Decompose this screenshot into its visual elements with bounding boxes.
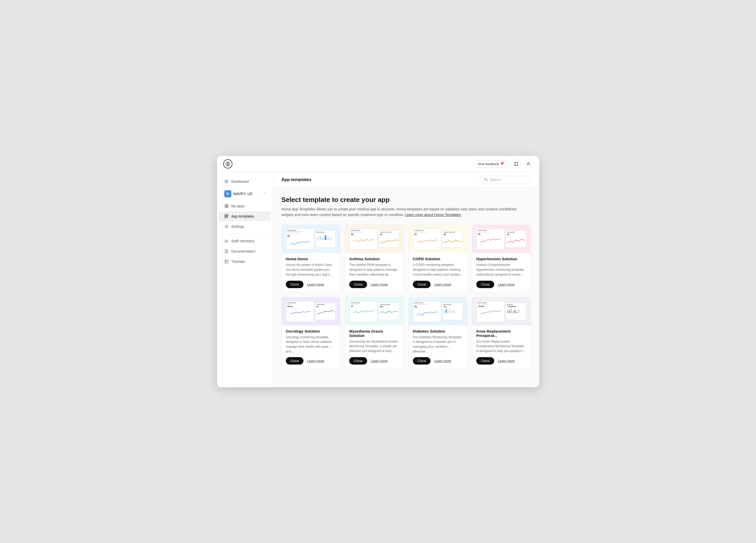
clone-button[interactable]: Clone <box>476 357 494 365</box>
svg-rect-45 <box>507 310 508 313</box>
svg-rect-46 <box>509 311 510 313</box>
mini-screen-secondary: Activity (AHQ) 41 <box>315 303 336 320</box>
svg-rect-17 <box>227 214 228 216</box>
search-icon <box>484 178 488 182</box>
svg-rect-32 <box>317 237 319 240</box>
card-desc: Huma's Comprehensive hypertension monito… <box>476 263 527 277</box>
workspace-avatar: N <box>224 190 231 197</box>
sidebar-item-tutorials[interactable]: Tutorials <box>219 257 271 266</box>
mini-screen: Health Summary Perceived Stress Scale 25… <box>477 229 505 250</box>
learn-more-button[interactable]: Learn more <box>371 359 388 363</box>
sidebar-item-app-templates[interactable]: App templates <box>219 211 271 221</box>
template-card-copd: Health Summary COPD Assessment Test 25 o… <box>409 225 468 292</box>
svg-rect-36 <box>327 236 329 240</box>
card-preview-knee: Health Summary Stroke Health KOOS 74/100… <box>472 297 531 325</box>
feedback-button[interactable]: Give feedback 🚩 <box>474 160 508 168</box>
clone-button[interactable]: Clone <box>476 281 494 288</box>
feedback-label: Give feedback <box>478 162 499 166</box>
clone-button[interactable]: Clone <box>413 281 431 288</box>
template-card-knee: Health Summary Stroke Health KOOS 74/100… <box>472 297 531 369</box>
card-preview-oncology: Health Summary Weight 65.4kg Activity (A… <box>282 297 340 325</box>
card-info: Myasthenia Gravis Solution Introducing o… <box>345 325 404 369</box>
page-description: Huma App Templates allows you to create … <box>281 206 527 218</box>
sidebar-divider <box>221 234 269 234</box>
template-card-myasthenia: Health Summary Respiratory Rate 20 Oxyge… <box>345 297 404 369</box>
card-name: Knee Replacement Preoperat... <box>476 329 527 338</box>
learn-more-button[interactable]: Learn more <box>307 282 324 286</box>
chevron-down-icon <box>263 192 266 196</box>
template-card-oncology: Health Summary Weight 65.4kg Activity (A… <box>281 297 341 369</box>
svg-rect-44 <box>455 311 456 313</box>
app-window: Give feedback 🚩 <box>217 156 539 387</box>
template-card-diabetes: Health Summary Activity and Health (AHQ)… <box>409 297 468 369</box>
grid-button[interactable] <box>512 159 521 168</box>
sidebar-item-staff-members[interactable]: Staff members <box>219 236 271 246</box>
settings-label: Settings <box>231 224 244 229</box>
sidebar-item-my-apps[interactable]: My apps <box>219 201 271 211</box>
svg-point-10 <box>226 181 227 182</box>
mini-screen-secondary: Symptoms 7 reported <box>506 303 526 320</box>
workspace-selector[interactable]: N NAVIFY, US <box>219 188 271 200</box>
mini-screen-secondary: Oxygen Saturation 97% <box>379 303 399 320</box>
content-area: App templates Search Select template to … <box>273 172 539 387</box>
svg-rect-13 <box>227 204 228 206</box>
clone-button[interactable]: Clone <box>349 357 367 365</box>
sidebar-item-settings[interactable]: Settings <box>219 222 271 231</box>
staff-members-label: Staff members <box>231 239 255 243</box>
user-button[interactable] <box>524 159 533 168</box>
clone-button[interactable]: Clone <box>349 281 367 288</box>
top-bar: Give feedback 🚩 <box>217 156 539 172</box>
mini-screen-secondary: Blood Glucose <box>315 230 336 248</box>
card-name: COPD Solution <box>413 257 463 261</box>
sidebar-item-dashboard[interactable]: Dashboard <box>219 177 271 186</box>
svg-rect-39 <box>446 309 447 313</box>
learn-more-huma-link[interactable]: Learn more about Huma Templates <box>405 213 461 217</box>
svg-rect-4 <box>514 162 516 163</box>
learn-more-button[interactable]: Learn more <box>434 282 451 286</box>
sidebar-item-documentation[interactable]: Documentation <box>219 246 271 256</box>
mini-screen-secondary: Asthma Control Test 16 out of 25 <box>379 230 399 248</box>
svg-rect-16 <box>225 214 226 216</box>
clone-button[interactable]: Clone <box>413 357 431 365</box>
svg-rect-43 <box>453 310 454 313</box>
card-desc: A COPD monitoring template designed to h… <box>413 263 463 277</box>
page-title: App templates <box>281 177 311 182</box>
sidebar: Dashboard N NAVIFY, US <box>217 172 273 387</box>
app-logo <box>223 159 232 168</box>
card-name: Oncology Solution <box>286 329 336 333</box>
svg-rect-5 <box>517 162 518 163</box>
clone-button[interactable]: Clone <box>286 281 304 288</box>
card-desc: The Asthma RPM template is designed to h… <box>349 263 400 277</box>
search-box[interactable]: Search <box>480 176 531 184</box>
card-info: Asthma Solution The Asthma RPM template … <box>345 253 404 292</box>
card-actions: Clone Learn more <box>413 281 463 288</box>
learn-more-button[interactable]: Learn more <box>371 282 388 286</box>
svg-rect-12 <box>225 204 226 206</box>
svg-rect-37 <box>330 238 331 240</box>
dashboard-icon <box>224 179 229 184</box>
card-info: Knee Replacement Preoperat... Our Knee R… <box>472 325 531 369</box>
mini-screen-secondary: Asthma Control Test 25 out of 40 <box>442 230 463 248</box>
svg-rect-40 <box>447 310 448 313</box>
clone-button[interactable]: Clone <box>286 357 304 365</box>
learn-more-button[interactable]: Learn more <box>434 359 451 363</box>
card-name: Myasthenia Gravis Solution <box>349 329 400 338</box>
content-header: App templates Search <box>273 172 539 188</box>
template-card-hypertension: Health Summary Perceived Stress Scale 25… <box>472 225 531 292</box>
documentation-icon <box>224 249 229 254</box>
card-name: Asthma Solution <box>349 257 400 261</box>
svg-rect-42 <box>451 311 452 313</box>
mini-screen-secondary: Activity (AHQ) 41 out of 55 <box>506 230 526 248</box>
card-actions: Clone Learn more <box>413 357 463 365</box>
card-info: Oncology Solution Oncology monitoring te… <box>282 325 340 369</box>
card-actions: Clone Learn more <box>349 281 400 288</box>
learn-more-button[interactable]: Learn more <box>498 359 515 363</box>
mini-screen: Health Summary Activity and Health (AHQ)… <box>413 301 441 322</box>
card-info: Hypertension Solution Huma's Comprehensi… <box>472 253 531 292</box>
svg-rect-48 <box>513 311 514 313</box>
learn-more-button[interactable]: Learn more <box>307 359 324 363</box>
svg-point-21 <box>226 226 227 227</box>
template-card-huma-demo: Health Summary Activity and Health (AHQ)… <box>281 225 341 292</box>
app-templates-icon <box>224 214 229 219</box>
learn-more-button[interactable]: Learn more <box>498 282 515 286</box>
